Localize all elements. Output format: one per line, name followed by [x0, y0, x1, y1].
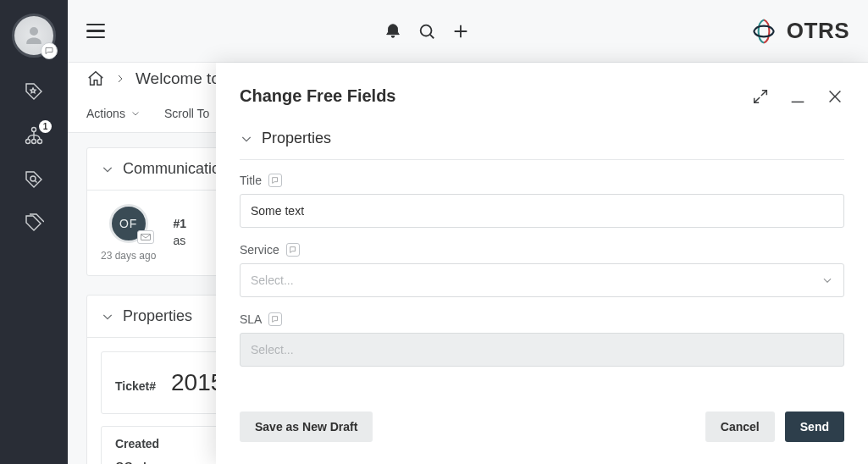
- title-input[interactable]: [240, 194, 844, 228]
- change-free-fields-modal: Change Free Fields Properties Title Serv…: [216, 63, 868, 464]
- sidebar-item-tags[interactable]: [24, 213, 44, 234]
- service-select[interactable]: Select...: [240, 263, 844, 297]
- tags-icon: [24, 213, 44, 234]
- service-placeholder: Select...: [251, 273, 294, 287]
- sla-field: SLA Select...: [240, 312, 844, 367]
- brand-logo[interactable]: OTRS: [749, 17, 849, 46]
- topbar: OTRS: [68, 0, 868, 63]
- title-field: Title: [240, 174, 844, 228]
- save-draft-button[interactable]: Save as New Draft: [240, 412, 373, 442]
- scrollto-label: Scroll To: [164, 107, 209, 120]
- ticket-number-label: Ticket#: [115, 379, 156, 393]
- properties-widget-title: Properties: [123, 307, 192, 325]
- service-field-label: Service: [240, 243, 279, 257]
- tag-search-icon: [24, 169, 44, 190]
- modal-title: Change Free Fields: [240, 86, 751, 106]
- home-icon[interactable]: [86, 69, 105, 88]
- title-field-label: Title: [240, 174, 262, 187]
- chevron-down-icon: [130, 108, 141, 119]
- svg-point-1: [26, 140, 30, 144]
- tag-star-icon: [24, 81, 44, 102]
- chevron-down-icon: [821, 274, 833, 286]
- article-time: 23 days ago: [101, 250, 156, 262]
- sidebar-item-favorites[interactable]: [24, 81, 44, 102]
- brand-mark-icon: [749, 17, 778, 46]
- menu-toggle[interactable]: [86, 24, 105, 38]
- help-icon[interactable]: [268, 174, 282, 187]
- article-index: #1: [173, 217, 186, 230]
- help-icon[interactable]: [286, 243, 300, 257]
- article-line2: as: [173, 233, 191, 250]
- brand-text: OTRS: [787, 18, 849, 44]
- chevron-down-icon: [240, 132, 253, 146]
- branch-badge: 1: [39, 120, 52, 133]
- create-icon[interactable]: [451, 22, 470, 41]
- app-sidebar: 1: [0, 0, 68, 464]
- properties-section-title: Properties: [262, 130, 331, 147]
- sla-placeholder: Select...: [251, 343, 294, 356]
- mail-icon: [137, 230, 154, 244]
- sla-field-label: SLA: [240, 312, 262, 326]
- article-author-avatar[interactable]: OF: [109, 204, 148, 243]
- chevron-down-icon[interactable]: [101, 163, 114, 176]
- actions-dropdown[interactable]: Actions: [86, 107, 141, 120]
- sidebar-item-processes[interactable]: 1: [24, 125, 44, 146]
- avatar-initials: OF: [119, 217, 137, 230]
- search-icon[interactable]: [417, 22, 436, 41]
- current-user-avatar[interactable]: [12, 14, 56, 58]
- close-icon[interactable]: [826, 87, 844, 106]
- chevron-down-icon[interactable]: [101, 310, 114, 323]
- chat-badge-icon: [41, 42, 58, 59]
- communication-widget-title: Communicatio: [123, 160, 220, 178]
- svg-point-2: [32, 140, 36, 144]
- properties-section-header[interactable]: Properties: [240, 121, 844, 160]
- svg-point-4: [30, 176, 36, 181]
- expand-icon[interactable]: [751, 87, 770, 106]
- help-icon[interactable]: [268, 312, 282, 326]
- service-field: Service Select...: [240, 243, 844, 297]
- svg-rect-6: [141, 235, 150, 240]
- notifications-icon[interactable]: [384, 22, 402, 41]
- sla-select: Select...: [240, 333, 844, 367]
- sidebar-item-search[interactable]: [24, 169, 44, 190]
- svg-point-0: [32, 128, 36, 132]
- svg-point-3: [38, 140, 42, 144]
- svg-point-5: [421, 25, 432, 36]
- cancel-button[interactable]: Cancel: [705, 412, 775, 442]
- article-preview: #1 as: [173, 216, 191, 249]
- chevron-right-icon: [115, 74, 125, 84]
- minimize-icon[interactable]: [788, 87, 807, 106]
- send-button[interactable]: Send: [785, 412, 844, 442]
- actions-label: Actions: [86, 107, 125, 120]
